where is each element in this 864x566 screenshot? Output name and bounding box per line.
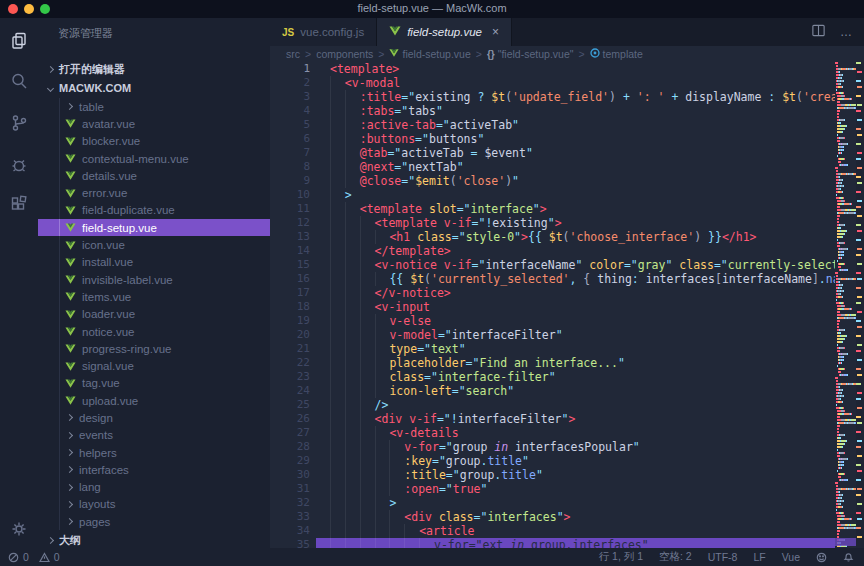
minimap-line	[835, 257, 856, 259]
overview-ruler[interactable]	[856, 62, 864, 548]
minimap-line	[835, 467, 856, 469]
minimap-line	[835, 278, 856, 280]
ruler-mark	[857, 230, 862, 232]
tree-item-avatar-vue[interactable]: avatar.vue	[38, 115, 270, 132]
tree-item-label: invisible-label.vue	[82, 274, 173, 286]
tree-item-error-vue[interactable]: error.vue	[38, 184, 270, 201]
errors-count[interactable]: 0	[23, 551, 29, 563]
tree-item-layouts[interactable]: layouts	[38, 496, 270, 513]
tree-item-contextual-menu-vue[interactable]: contextual-menu.vue	[38, 150, 270, 167]
minimap-line	[835, 452, 856, 454]
tree-item-table[interactable]: table	[38, 98, 270, 115]
search-icon[interactable]	[8, 70, 30, 92]
minimap-line	[835, 401, 856, 403]
sidebar-title: 资源管理器	[58, 26, 113, 41]
tree-item-label: upload.vue	[82, 395, 138, 407]
tree-item-field-setup-vue[interactable]: field-setup.vue	[38, 219, 270, 236]
code-line-7: @tab="activeTab = $event"	[316, 146, 835, 160]
chevron-right-icon	[66, 449, 73, 456]
workspace-root[interactable]: MACWK.COM	[38, 79, 270, 97]
language-mode[interactable]: Vue	[782, 551, 800, 563]
code-line-29: :key="group.title"	[316, 454, 835, 468]
line-number: 32	[270, 496, 310, 510]
breadcrumb-item-1[interactable]: src	[286, 48, 300, 60]
ruler-mark	[856, 494, 861, 496]
breadcrumb-item-4[interactable]: {}"field-setup.vue"	[487, 48, 574, 60]
code-line-13: <h1 class="style-0">{{ $t('choose_interf…	[316, 230, 835, 244]
warnings-count[interactable]: 0	[54, 551, 60, 563]
tree-item-progress-ring-vue[interactable]: progress-ring.vue	[38, 340, 270, 357]
tree-item-icon-vue[interactable]: icon.vue	[38, 236, 270, 253]
tree-item-label: progress-ring.vue	[82, 343, 171, 355]
sidebar-section-大纲[interactable]: 大纲	[38, 531, 270, 548]
warnings-icon[interactable]	[39, 551, 50, 563]
settings-gear-icon[interactable]	[8, 518, 30, 540]
titlebar: field-setup.vue — MacWk.com	[0, 0, 864, 18]
tree-item-upload-vue[interactable]: upload.vue	[38, 392, 270, 409]
line-number: 28	[270, 440, 310, 454]
breadcrumb-item-5[interactable]: template	[590, 48, 643, 60]
tree-item-loader-vue[interactable]: loader.vue	[38, 306, 270, 323]
tree-item-install-vue[interactable]: install.vue	[38, 254, 270, 271]
tree-item-helpers[interactable]: helpers	[38, 444, 270, 461]
minimap-line	[835, 98, 856, 100]
errors-icon[interactable]	[8, 551, 19, 563]
explorer-icon[interactable]	[8, 30, 30, 52]
minimap-line	[835, 173, 856, 175]
line-number: 20	[270, 328, 310, 342]
ruler-mark	[857, 407, 862, 409]
indentation[interactable]: 空格: 2	[659, 550, 692, 564]
tree-item-label: tag.vue	[82, 377, 120, 389]
minimap[interactable]	[835, 62, 856, 548]
tab-vue-config-js[interactable]: JSvue.config.js	[270, 18, 377, 46]
line-number: 11	[270, 202, 310, 216]
open-editors-label: 打开的编辑器	[59, 62, 125, 77]
ruler-mark	[856, 287, 861, 289]
code-editor[interactable]: 1234567891011121314151617181920212223242…	[270, 62, 864, 548]
more-actions-icon[interactable]: …	[840, 25, 854, 39]
eol-sequence[interactable]: LF	[753, 551, 765, 563]
minimap-line	[835, 488, 856, 490]
minimap-line	[835, 113, 856, 115]
breadcrumb-item-3[interactable]: field-setup.vue	[389, 48, 470, 60]
open-editors-section[interactable]: 打开的编辑器	[38, 60, 270, 78]
tree-item-tag-vue[interactable]: tag.vue	[38, 375, 270, 392]
tree-item-blocker-vue[interactable]: blocker.vue	[38, 133, 270, 150]
tree-item-design[interactable]: design	[38, 409, 270, 426]
tree-item-field-duplicate-vue[interactable]: field-duplicate.vue	[38, 202, 270, 219]
minimap-line	[835, 188, 856, 190]
extensions-icon[interactable]	[8, 194, 30, 216]
tree-item-events[interactable]: events	[38, 427, 270, 444]
ruler-mark	[857, 503, 862, 505]
tree-item-items-vue[interactable]: items.vue	[38, 288, 270, 305]
minimap-line	[835, 527, 856, 529]
debug-icon[interactable]	[8, 154, 30, 176]
split-editor-icon[interactable]	[811, 23, 826, 42]
breadcrumb-item-2[interactable]: components	[316, 48, 373, 60]
ruler-mark	[857, 455, 862, 457]
ruler-mark	[857, 392, 862, 394]
indent-guide	[59, 202, 60, 219]
tree-item-signal-vue[interactable]: signal.vue	[38, 357, 270, 374]
feedback-smiley-icon[interactable]	[816, 551, 827, 563]
minimap-line	[835, 356, 856, 358]
cursor-position[interactable]: 行 1, 列 1	[599, 550, 643, 564]
tree-item-pages[interactable]: pages	[38, 513, 270, 530]
source-control-icon[interactable]	[8, 112, 30, 134]
notifications-bell-icon[interactable]	[843, 551, 854, 563]
tree-item-details-vue[interactable]: details.vue	[38, 167, 270, 184]
close-tab-icon[interactable]: ×	[492, 26, 499, 38]
tree-item-label: field-duplicate.vue	[82, 204, 175, 216]
tree-item-lang[interactable]: lang	[38, 479, 270, 496]
indent-guide	[59, 306, 60, 323]
encoding[interactable]: UTF-8	[708, 551, 738, 563]
indent-guide	[59, 184, 60, 201]
tab-field-setup-vue[interactable]: field-setup.vue×	[377, 18, 512, 46]
tree-item-notice-vue[interactable]: notice.vue	[38, 323, 270, 340]
minimap-line	[835, 206, 856, 208]
minimap-line	[835, 275, 856, 277]
minimap-line	[835, 236, 856, 238]
tree-item-interfaces[interactable]: interfaces	[38, 461, 270, 478]
tree-item-invisible-label-vue[interactable]: invisible-label.vue	[38, 271, 270, 288]
vue-file-icon	[65, 222, 76, 233]
